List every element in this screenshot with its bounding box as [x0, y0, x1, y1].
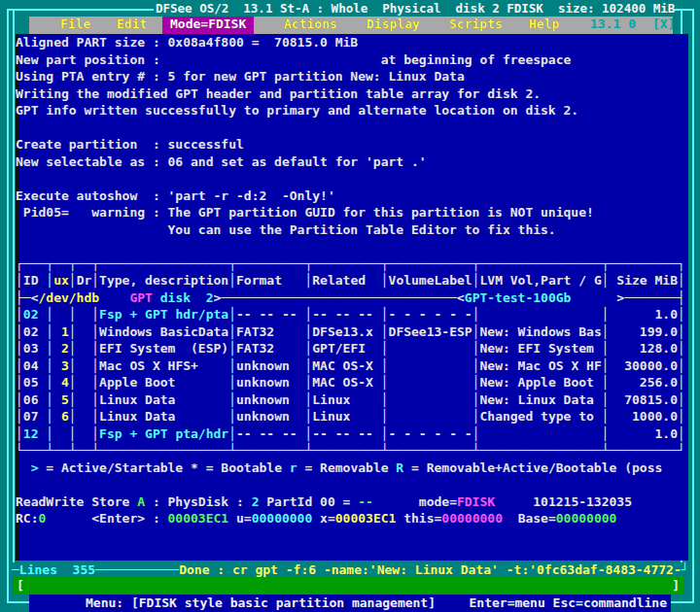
cell-id: 04	[23, 358, 46, 373]
table-row-06[interactable]: │06 │ 5│ │Linux Data │unknown │Linux │ │…	[16, 391, 685, 409]
cell-dr	[77, 358, 92, 373]
text-segment: │	[602, 409, 610, 424]
text-segment: │	[16, 273, 23, 288]
table-row-07[interactable]: │07 │ 6│ │Linux Data │unknown │Linux │ │…	[16, 408, 685, 425]
text-segment: │	[69, 426, 77, 441]
text-segment: │	[69, 409, 77, 424]
text-segment: │	[91, 273, 99, 288]
cell-format: unknown	[236, 358, 304, 373]
text-segment: │	[228, 273, 236, 288]
text-segment: │	[69, 273, 77, 288]
log-line: Create partition : successful	[16, 136, 244, 153]
text-segment: │	[46, 341, 53, 356]
command-input-bar[interactable]: [ ]	[14, 577, 684, 595]
cell-format: unknown	[236, 375, 304, 390]
cell-related: Linux	[312, 392, 380, 407]
cell-lvm: New: Mac OS X HF	[479, 358, 601, 373]
text-segment: │	[91, 375, 99, 390]
text-segment: │	[678, 307, 685, 322]
cell-volumelabel: - - - - - -	[389, 307, 472, 322]
text-segment: │	[602, 307, 610, 322]
col-header-related: Related	[312, 273, 380, 288]
cell-ux	[53, 426, 69, 441]
table-row-03[interactable]: │03 │ 2│ │EFI System (ESP)│FAT32 │GPT/EF…	[16, 340, 685, 357]
col-header-lvm: LVM Vol,Part / G	[479, 273, 601, 288]
text-segment: x=	[312, 511, 334, 526]
cell-ux: 5	[53, 392, 69, 407]
text-segment: r	[290, 460, 298, 475]
log-line: Writing the modified GPT header and part…	[16, 85, 541, 103]
text-segment: ReadWrite Store	[16, 494, 137, 509]
cell-size: 30000.0	[610, 358, 678, 373]
text-segment: *	[191, 460, 198, 475]
cell-size: 70815.0	[610, 392, 678, 407]
text-segment: = Removable+Active/Bootable (poss	[403, 460, 662, 475]
command-bar-right-bracket: ]	[672, 577, 680, 595]
text-segment: │	[16, 358, 23, 373]
cell-id: 05	[23, 375, 46, 390]
cell-dr	[77, 426, 92, 441]
cell-ux: 6	[53, 409, 69, 424]
text-segment: FDISK	[457, 494, 495, 509]
text-segment: │	[678, 409, 685, 424]
text-segment: │	[602, 358, 610, 373]
text-segment: Aligned PART size : 0x08a4f800 = 70815.0…	[16, 35, 358, 50]
text-segment	[16, 460, 31, 475]
text-segment: │	[46, 409, 53, 424]
text-segment: = Bootable	[198, 460, 290, 475]
text-segment: │	[91, 324, 99, 339]
text-segment: │	[69, 307, 77, 322]
table-disk-separator: ├─</dev/hdb GPT disk 2>─────────────────…	[16, 289, 685, 307]
text-segment: │	[381, 426, 389, 441]
text-segment: │	[46, 426, 53, 441]
log-line: You can use the Partition Table Editor t…	[16, 221, 556, 239]
text-segment: │	[16, 341, 23, 356]
text-segment: │	[678, 392, 685, 407]
table-row-04[interactable]: │04 │ 3│ │Mac OS X HFS+ │unknown │MAC OS…	[16, 357, 685, 375]
text-segment: │	[69, 375, 77, 390]
text-segment: │	[91, 341, 99, 356]
table-header: │ID │ux│Dr│Type, description│Format │Rel…	[16, 272, 685, 289]
cell-type: Mac OS X HFS+	[99, 358, 228, 373]
cell-id: 02	[23, 307, 46, 322]
text-segment: │	[228, 409, 236, 424]
text-segment: │	[228, 392, 236, 407]
text-segment: 00003EC1	[335, 511, 397, 526]
text-segment: >───────────────────────────────<	[214, 290, 465, 305]
table-top-border: ┌───┬──┬──┬─────────────────┬─────────┬─…	[16, 255, 685, 273]
cell-format: FAT32	[236, 341, 304, 356]
cell-format: unknown	[236, 409, 304, 424]
table-row-12[interactable]: │12 │ │ │Fsp + GPT pta/hdr│-- -- -- │-- …	[16, 425, 685, 443]
text-segment: │	[228, 324, 236, 339]
table-row-02[interactable]: │02 │ │ │Fsp + GPT hdr/pta│-- -- -- │-- …	[16, 306, 685, 323]
table-row-02[interactable]: │02 │ 1│ │Windows BasicData│FAT32 │DFSe1…	[16, 323, 685, 341]
text-segment: └───┴──┴──┴─────────────────┴─────────┴─…	[16, 443, 685, 458]
log-line: GPT info written successfully to primary…	[16, 102, 578, 119]
cell-size: 1.0	[610, 307, 678, 322]
text-segment: │	[381, 341, 389, 356]
table-row-05[interactable]: │05 │ 4│ │Apple Boot │unknown │MAC OS-X …	[16, 374, 685, 391]
text-segment: >───────┤	[571, 290, 684, 305]
cell-id: 07	[23, 409, 46, 424]
text-segment: │	[602, 375, 610, 390]
text-segment: PartId 00 =	[259, 494, 358, 509]
status-line-store: ReadWrite Store A : PhysDisk : 2 PartId …	[16, 493, 632, 511]
text-segment: │	[228, 341, 236, 356]
cell-volumelabel	[389, 341, 472, 356]
cell-ux: 1	[53, 324, 69, 339]
cell-related: -- -- --	[312, 307, 380, 322]
text-segment: │	[46, 358, 53, 373]
col-header-size: Size MiB	[610, 273, 678, 288]
text-segment: │	[16, 392, 23, 407]
text-segment: │	[16, 426, 23, 441]
text-segment: 101215-132035	[495, 494, 632, 509]
text-segment: │	[678, 341, 685, 356]
text-segment: │	[602, 392, 610, 407]
text-segment: │	[381, 273, 389, 288]
text-segment: │	[69, 341, 77, 356]
text-segment: │	[381, 375, 389, 390]
text-segment: │	[46, 273, 53, 288]
cell-size: 1.0	[610, 426, 678, 441]
bottom-hint-bar: Menu: [FDISK style basic partition manag…	[29, 595, 671, 612]
text-segment: GPT info written successfully to primary…	[16, 103, 578, 118]
